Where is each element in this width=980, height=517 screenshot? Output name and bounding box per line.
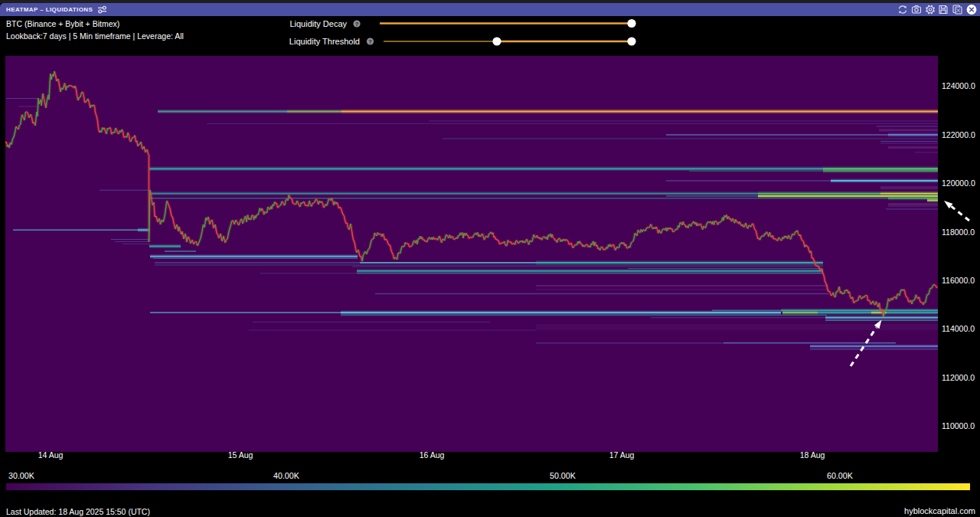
svg-text:?: ? — [368, 38, 372, 45]
svg-text:?: ? — [355, 21, 359, 28]
